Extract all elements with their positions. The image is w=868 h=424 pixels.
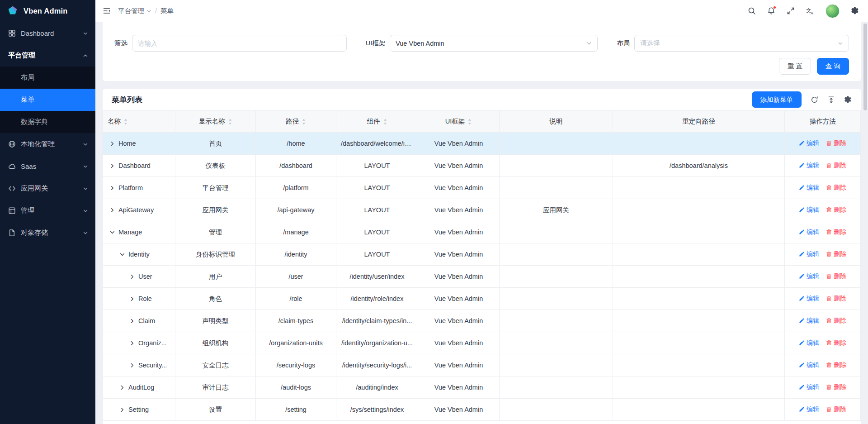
- column-header-path[interactable]: 路径: [256, 111, 336, 133]
- notification-icon[interactable]: [767, 7, 775, 15]
- search-button[interactable]: 查 询: [817, 58, 849, 75]
- cell-text: Vue Vben Admin: [434, 206, 483, 214]
- refresh-icon[interactable]: [811, 96, 818, 104]
- delete-button[interactable]: 删除: [826, 228, 846, 236]
- table-row[interactable]: Manage管理/manageLAYOUTVue Vben Admin编辑删除: [103, 221, 861, 243]
- edit-button[interactable]: 编辑: [799, 162, 819, 170]
- sort-icon[interactable]: [383, 119, 387, 125]
- cell-redirect: [613, 288, 785, 310]
- delete-button[interactable]: 删除: [826, 339, 846, 347]
- delete-button[interactable]: 删除: [826, 272, 846, 281]
- delete-button[interactable]: 删除: [826, 139, 846, 148]
- reset-button[interactable]: 重 置: [779, 58, 811, 75]
- edit-button[interactable]: 编辑: [799, 250, 819, 258]
- gear-icon[interactable]: [851, 7, 859, 15]
- table-row[interactable]: Identity身份标识管理/identityLAYOUTVue Vben Ad…: [103, 243, 861, 266]
- expand-toggle-icon[interactable]: [129, 362, 135, 368]
- sort-icon[interactable]: [228, 119, 232, 125]
- sidebar-subitem-layout[interactable]: 布局: [0, 67, 95, 89]
- expand-toggle-icon[interactable]: [129, 274, 135, 280]
- cell-component: /identity/security-logs/i...: [336, 354, 418, 376]
- table-row[interactable]: Organiz...组织机构/organization-units/identi…: [103, 332, 861, 354]
- sidebar-subitem-dict[interactable]: 数据字典: [0, 111, 95, 133]
- delete-button[interactable]: 删除: [826, 317, 846, 325]
- sort-icon[interactable]: [302, 119, 306, 125]
- filter-label: 布局: [617, 39, 630, 48]
- avatar[interactable]: [826, 4, 840, 18]
- delete-button[interactable]: 删除: [826, 162, 846, 170]
- vertical-scrollbar[interactable]: [863, 24, 867, 422]
- edit-button[interactable]: 编辑: [799, 272, 819, 281]
- sidebar-subitem-menu[interactable]: 菜单: [0, 89, 95, 111]
- expand-toggle-icon[interactable]: [129, 318, 135, 324]
- sidebar-subitem-label: 数据字典: [21, 118, 48, 126]
- row-height-icon[interactable]: [827, 96, 835, 104]
- sidebar-item-manage[interactable]: 管理: [0, 200, 95, 222]
- delete-button[interactable]: 删除: [826, 184, 846, 192]
- table-row[interactable]: Claim声明类型/claim-types/identity/claim-typ…: [103, 310, 861, 332]
- scrollbar-thumb[interactable]: [863, 24, 867, 110]
- edit-button[interactable]: 编辑: [799, 361, 819, 369]
- table-settings-gear-icon[interactable]: [844, 96, 852, 104]
- column-header-ui_framework[interactable]: UI框架: [418, 111, 500, 133]
- table-row[interactable]: Platform平台管理/platformLAYOUTVue Vben Admi…: [103, 177, 861, 199]
- expand-toggle-icon[interactable]: [109, 141, 115, 147]
- expand-toggle-icon[interactable]: [109, 229, 115, 235]
- delete-button[interactable]: 删除: [826, 206, 846, 214]
- sidebar-item-saas[interactable]: Saas: [0, 155, 95, 177]
- column-header-component[interactable]: 组件: [336, 111, 418, 133]
- table-row[interactable]: Setting设置/setting/sys/settings/indexVue …: [103, 399, 861, 421]
- edit-button[interactable]: 编辑: [799, 139, 819, 148]
- delete-button[interactable]: 删除: [826, 295, 846, 303]
- add-menu-button[interactable]: 添加新菜单: [752, 91, 802, 108]
- fullscreen-icon[interactable]: [787, 7, 795, 15]
- table-row[interactable]: Security...安全日志/security-logs/identity/s…: [103, 354, 861, 376]
- filter-select-2[interactable]: 请选择: [634, 35, 849, 52]
- column-label: 路径: [286, 117, 299, 126]
- translate-icon[interactable]: 文A: [806, 7, 814, 15]
- edit-button[interactable]: 编辑: [799, 184, 819, 192]
- table-row[interactable]: Role角色/role/identity/role/indexVue Vben …: [103, 288, 861, 310]
- table-row[interactable]: AuditLog审计日志/audit-logs/auditing/indexVu…: [103, 376, 861, 399]
- table-row[interactable]: Home首页/home/dashboard/welcome/in...Vue V…: [103, 133, 861, 155]
- expand-toggle-icon[interactable]: [129, 340, 135, 346]
- edit-button[interactable]: 编辑: [799, 317, 819, 325]
- sidebar-item-storage[interactable]: 对象存储: [0, 222, 95, 244]
- expand-toggle-icon[interactable]: [129, 296, 135, 302]
- column-header-display_name[interactable]: 显示名称: [175, 111, 256, 133]
- logo[interactable]: Vben Admin: [0, 0, 95, 22]
- table-row[interactable]: Dashboard仪表板/dashboardLAYOUTVue Vben Adm…: [103, 155, 861, 177]
- table-row[interactable]: User用户/user/identity/user/indexVue Vben …: [103, 266, 861, 288]
- edit-button[interactable]: 编辑: [799, 405, 819, 414]
- expand-toggle-icon[interactable]: [119, 407, 125, 413]
- sidebar-item-dashboard[interactable]: Dashboard: [0, 22, 95, 44]
- expand-toggle-icon[interactable]: [119, 252, 125, 257]
- delete-button[interactable]: 删除: [826, 383, 846, 391]
- expand-toggle-icon[interactable]: [119, 385, 125, 391]
- sort-icon[interactable]: [123, 119, 128, 125]
- sidebar-item-localization[interactable]: 本地化管理: [0, 133, 95, 155]
- filter-select-1[interactable]: Vue Vben Admin: [390, 35, 598, 52]
- edit-button[interactable]: 编辑: [799, 228, 819, 236]
- edit-button[interactable]: 编辑: [799, 339, 819, 347]
- expand-toggle-icon[interactable]: [109, 207, 115, 213]
- delete-button[interactable]: 删除: [826, 250, 846, 258]
- filter-text-input[interactable]: [132, 35, 347, 52]
- table-row[interactable]: ApiGateway应用网关/api-gatewayLAYOUTVue Vben…: [103, 199, 861, 221]
- sidebar-item-gateway[interactable]: 应用网关: [0, 177, 95, 200]
- expand-toggle-icon[interactable]: [109, 163, 115, 169]
- delete-button[interactable]: 删除: [826, 405, 846, 414]
- search-icon[interactable]: [748, 7, 756, 15]
- column-header-name[interactable]: 名称: [103, 111, 175, 133]
- edit-button[interactable]: 编辑: [799, 383, 819, 391]
- sidebar-collapse-icon[interactable]: [103, 7, 111, 15]
- delete-button[interactable]: 删除: [826, 361, 846, 369]
- edit-button[interactable]: 编辑: [799, 295, 819, 303]
- sort-icon[interactable]: [467, 119, 472, 125]
- breadcrumb-parent[interactable]: 平台管理: [118, 7, 151, 15]
- column-header-redirect: 重定向路径: [613, 111, 785, 133]
- edit-button[interactable]: 编辑: [799, 206, 819, 214]
- chevron-down-icon: [83, 31, 88, 36]
- sidebar-item-platform[interactable]: 平台管理: [0, 44, 95, 67]
- expand-toggle-icon[interactable]: [109, 185, 115, 191]
